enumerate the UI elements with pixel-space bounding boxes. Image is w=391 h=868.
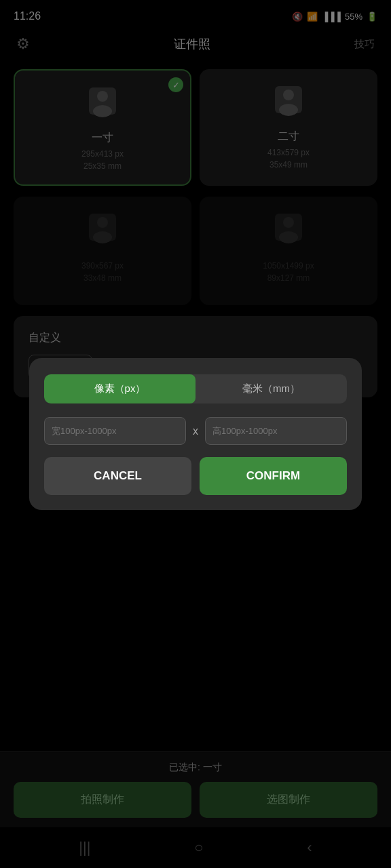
separator: x: [193, 425, 198, 437]
tab-mm[interactable]: 毫米（mm）: [196, 374, 347, 403]
cancel-button[interactable]: CANCEL: [44, 457, 191, 495]
dialog-overlay: 像素（px） 毫米（mm） x CANCEL CONFIRM: [0, 0, 391, 868]
unit-tabs: 像素（px） 毫米（mm）: [44, 374, 347, 403]
size-inputs: x: [44, 417, 347, 445]
custom-size-dialog: 像素（px） 毫米（mm） x CANCEL CONFIRM: [29, 358, 362, 510]
confirm-button[interactable]: CONFIRM: [200, 457, 347, 495]
tab-pixel[interactable]: 像素（px）: [44, 374, 196, 403]
dialog-action-buttons: CANCEL CONFIRM: [44, 457, 347, 495]
height-input[interactable]: [205, 417, 347, 445]
width-input[interactable]: [44, 417, 186, 445]
